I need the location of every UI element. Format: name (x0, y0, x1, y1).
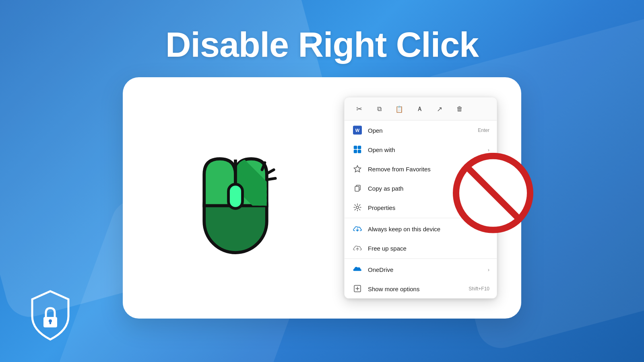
word-icon: W (352, 125, 363, 136)
toolbar-share-button[interactable]: ↗ (432, 102, 447, 116)
svg-rect-12 (354, 146, 357, 149)
svg-marker-16 (354, 166, 361, 172)
main-content: Disable Right Click (0, 0, 644, 362)
svg-rect-15 (358, 150, 361, 153)
menu-shortcut-show-more: Shift+F10 (469, 286, 489, 292)
svg-rect-17 (355, 187, 359, 191)
menu-label-onedrive: OneDrive (368, 266, 485, 273)
free-up-icon (352, 243, 363, 254)
menu-arrow-onedrive: › (488, 266, 489, 272)
ban-sign (453, 153, 533, 233)
copy-path-icon (352, 183, 363, 194)
svg-rect-8 (229, 184, 243, 208)
toolbar-copy-button[interactable]: ⧉ (372, 102, 386, 116)
mouse-illustration (179, 128, 292, 268)
onedrive-icon (352, 264, 363, 275)
menu-toolbar: ✂ ⧉ 📋 Ａ ↗ 🗑 (345, 98, 497, 121)
always-keep-icon (352, 223, 363, 234)
menu-arrow-open-with: › (488, 146, 489, 152)
menu-label-show-more: Show more options (368, 285, 469, 292)
toolbar-paste-button[interactable]: 📋 (392, 102, 407, 116)
show-more-icon (352, 283, 363, 294)
menu-shortcut-open: Enter (478, 128, 489, 133)
svg-point-18 (356, 206, 359, 209)
menu-item-free-up[interactable]: Free up space (345, 239, 497, 258)
menu-item-onedrive[interactable]: OneDrive › (345, 260, 497, 279)
svg-rect-13 (358, 146, 361, 149)
menu-label-open-with: Open with (368, 146, 485, 153)
menu-label-open: Open (368, 127, 478, 134)
open-with-icon (352, 144, 363, 155)
svg-rect-28 (50, 322, 51, 324)
menu-item-show-more[interactable]: Show more options Shift+F10 (345, 279, 497, 298)
menu-label-free-up: Free up space (368, 245, 489, 251)
properties-icon (352, 202, 363, 213)
toolbar-delete-button[interactable]: 🗑 (452, 102, 467, 116)
toolbar-rename-button[interactable]: Ａ (412, 102, 427, 116)
toolbar-cut-button[interactable]: ✂ (352, 102, 366, 116)
main-card: ✂ ⧉ 📋 Ａ ↗ 🗑 W Open Enter (123, 77, 521, 319)
ban-sign-container (453, 153, 533, 235)
star-icon (352, 163, 363, 175)
page-title: Disable Right Click (165, 24, 479, 65)
svg-line-11 (268, 178, 275, 179)
mouse-svg (179, 128, 292, 268)
svg-rect-14 (354, 150, 357, 153)
menu-item-open[interactable]: W Open Enter (345, 121, 497, 140)
separator-2 (345, 259, 497, 259)
shield-lock-icon (24, 288, 76, 346)
